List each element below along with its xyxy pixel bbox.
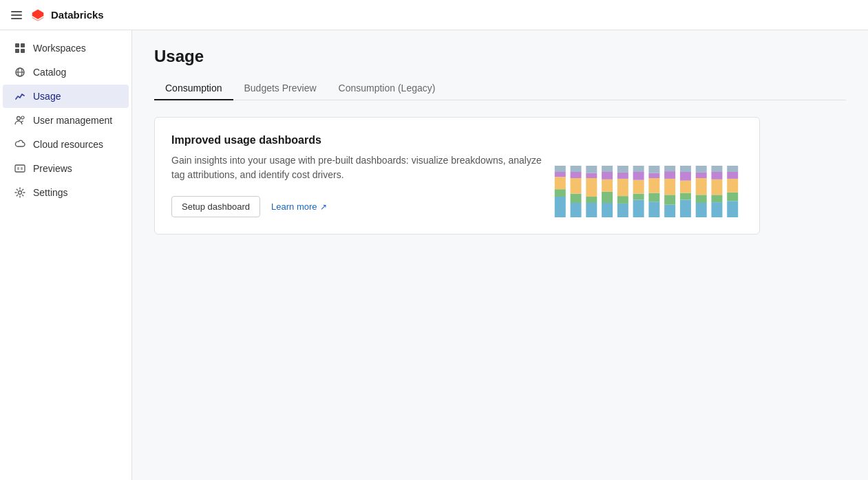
svg-rect-62 [680, 199, 691, 217]
svg-rect-16 [555, 177, 566, 189]
svg-rect-2 [15, 49, 19, 53]
sidebar-label-user-management: User management [33, 115, 112, 126]
sidebar-label-settings: Settings [33, 187, 68, 198]
catalog-icon [14, 66, 26, 78]
svg-rect-33 [602, 191, 613, 202]
svg-rect-75 [711, 195, 722, 202]
sidebar-label-catalog: Catalog [33, 67, 66, 78]
svg-rect-22 [571, 178, 582, 194]
sidebar: Workspaces Catalog Usage [0, 30, 132, 480]
svg-rect-82 [727, 178, 738, 192]
svg-rect-35 [602, 172, 613, 179]
svg-rect-40 [617, 178, 628, 195]
svg-point-7 [17, 117, 21, 120]
menu-toggle[interactable] [11, 11, 22, 19]
databricks-logo [30, 8, 45, 23]
sidebar-item-cloud-resources[interactable]: Cloud resources [3, 133, 129, 156]
previews-icon [14, 162, 26, 175]
svg-rect-77 [711, 172, 722, 179]
card-content: Improved usage dashboards Gain insights … [171, 134, 550, 217]
tab-budgets-preview[interactable]: Budgets Preview [233, 77, 328, 100]
cloud-resources-icon [14, 138, 26, 151]
svg-rect-52 [648, 178, 659, 193]
svg-rect-39 [617, 196, 628, 204]
svg-rect-59 [664, 171, 675, 179]
svg-rect-76 [711, 179, 722, 195]
svg-rect-48 [633, 166, 644, 172]
sidebar-item-previews[interactable]: Previews [3, 157, 129, 180]
svg-rect-1 [21, 43, 25, 47]
svg-rect-71 [696, 172, 707, 177]
svg-rect-45 [633, 193, 644, 199]
sidebar-label-usage: Usage [33, 91, 61, 102]
tabs: Consumption Budgets Preview Consumption … [154, 77, 846, 100]
svg-rect-50 [648, 201, 659, 217]
setup-dashboard-button[interactable]: Setup dashboard [171, 196, 260, 217]
sidebar-item-settings[interactable]: Settings [3, 181, 129, 204]
svg-rect-66 [680, 166, 691, 172]
sidebar-item-workspaces[interactable]: Workspaces [3, 36, 129, 60]
svg-rect-26 [586, 203, 597, 217]
svg-point-12 [19, 191, 22, 195]
usage-icon [14, 90, 26, 102]
svg-rect-3 [21, 49, 25, 53]
svg-point-8 [21, 116, 24, 119]
info-card: Improved usage dashboards Gain insights … [154, 117, 760, 234]
svg-rect-70 [696, 178, 707, 195]
topbar: Databricks [0, 0, 868, 30]
settings-icon [14, 186, 26, 199]
svg-rect-23 [571, 172, 582, 178]
learn-more-label: Learn more [271, 201, 317, 212]
svg-rect-81 [727, 192, 738, 201]
sidebar-item-usage[interactable]: Usage [3, 85, 129, 108]
sidebar-item-catalog[interactable]: Catalog [3, 61, 129, 84]
svg-rect-18 [555, 166, 566, 172]
card-actions: Setup dashboard Learn more ↗ [171, 196, 550, 217]
svg-rect-11 [21, 167, 23, 170]
learn-more-link[interactable]: Learn more ↗ [271, 201, 326, 212]
svg-rect-42 [617, 166, 628, 173]
svg-rect-68 [696, 203, 707, 217]
svg-rect-14 [555, 197, 566, 217]
svg-rect-20 [571, 203, 582, 217]
svg-rect-9 [15, 165, 25, 172]
svg-rect-47 [633, 172, 644, 180]
svg-rect-32 [602, 203, 613, 217]
svg-rect-72 [696, 166, 707, 173]
svg-rect-24 [571, 166, 582, 172]
svg-rect-38 [617, 203, 628, 217]
svg-rect-69 [696, 195, 707, 203]
svg-rect-74 [711, 202, 722, 217]
svg-rect-21 [571, 193, 582, 203]
chart-visualization [550, 135, 743, 217]
svg-rect-46 [633, 179, 644, 193]
page-title: Usage [154, 47, 846, 66]
svg-rect-58 [664, 178, 675, 194]
tab-consumption[interactable]: Consumption [154, 77, 233, 100]
sidebar-label-workspaces: Workspaces [33, 43, 86, 54]
svg-rect-80 [727, 201, 738, 217]
brand-name: Databricks [51, 9, 104, 21]
svg-rect-27 [586, 197, 597, 203]
svg-rect-30 [586, 166, 597, 173]
svg-rect-83 [727, 172, 738, 179]
svg-rect-34 [602, 179, 613, 191]
tab-consumption-legacy[interactable]: Consumption (Legacy) [328, 77, 447, 100]
usage-chart [550, 135, 743, 217]
sidebar-label-cloud-resources: Cloud resources [33, 139, 103, 150]
svg-rect-29 [586, 173, 597, 177]
svg-rect-63 [680, 193, 691, 199]
layout: Workspaces Catalog Usage [0, 30, 868, 480]
svg-rect-65 [680, 172, 691, 181]
card-description: Gain insights into your usage with pre-b… [171, 153, 550, 182]
user-management-icon [14, 114, 26, 127]
svg-rect-15 [555, 189, 566, 197]
svg-rect-56 [664, 204, 675, 217]
card-title: Improved usage dashboards [171, 134, 550, 146]
external-link-icon: ↗ [320, 202, 327, 212]
svg-rect-44 [633, 199, 644, 217]
sidebar-item-user-management[interactable]: User management [3, 109, 129, 132]
svg-rect-17 [555, 172, 566, 177]
workspaces-icon [14, 42, 26, 54]
svg-rect-84 [727, 166, 738, 172]
